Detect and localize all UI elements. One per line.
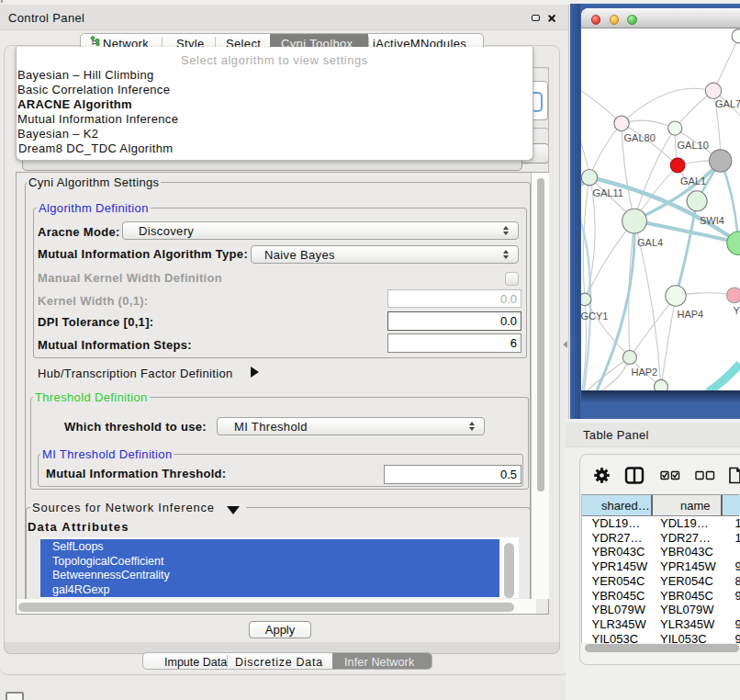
svg-text:GAL1: GAL1: [680, 175, 706, 186]
svg-text:GAL80: GAL80: [624, 132, 656, 143]
svg-text:HAP4: HAP4: [678, 309, 704, 320]
svg-text:GAL11: GAL11: [593, 187, 623, 198]
svg-text:GAL4: GAL4: [637, 237, 663, 248]
svg-text:HAP2: HAP2: [632, 367, 658, 378]
svg-text:GAL7: GAL7: [715, 98, 740, 109]
svg-text:GCY1: GCY1: [581, 310, 608, 322]
svg-text:GAL10: GAL10: [678, 140, 709, 151]
svg-text:Y: Y: [734, 305, 740, 316]
svg-text:SWI4: SWI4: [700, 215, 724, 226]
